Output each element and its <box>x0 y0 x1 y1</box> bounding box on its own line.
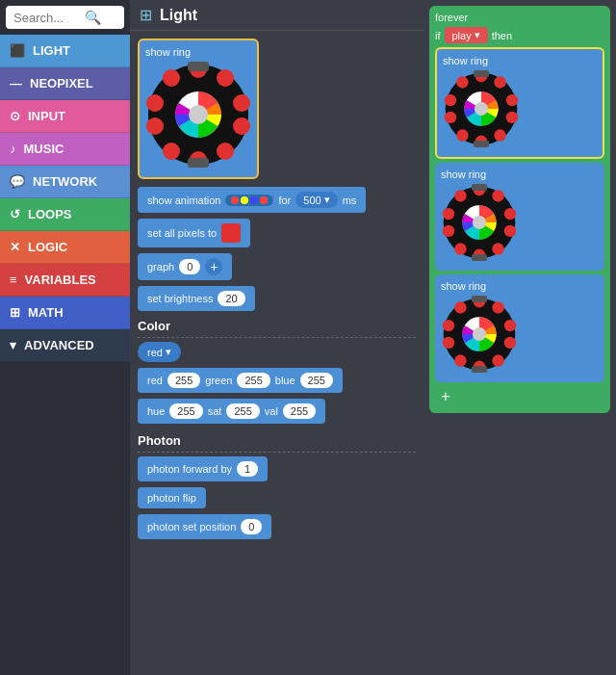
sidebar-item-math[interactable]: ⊞ MATH <box>0 297 130 329</box>
photon-set-position-row: photon set position 0 <box>138 514 416 539</box>
sidebar-item-variables[interactable]: ≡ VARIABLES <box>0 264 130 297</box>
ring-display <box>145 62 251 168</box>
svg-rect-59 <box>472 366 487 373</box>
svg-point-3 <box>233 94 250 112</box>
rgb-block[interactable]: red 255 green 255 blue 255 <box>138 368 343 393</box>
show-ring-block-2[interactable]: show ring <box>435 163 604 271</box>
title-bar: ⊞ Light <box>130 0 424 31</box>
sidebar-item-music[interactable]: ♪ MUSIC <box>0 133 130 166</box>
play-label: play <box>452 30 472 41</box>
color-dropdown-row: red ▾ <box>138 342 416 362</box>
set-all-pixels-block[interactable]: set all pixels to <box>138 219 250 247</box>
sidebar-item-label: LOGIC <box>28 240 67 254</box>
svg-point-2 <box>217 69 234 87</box>
sidebar-item-input[interactable]: ⊙ INPUT <box>0 100 130 133</box>
sat-value[interactable]: 255 <box>226 403 259 419</box>
ring-svg <box>145 62 251 168</box>
if-bar: if play ▾ then <box>435 27 604 43</box>
green-value[interactable]: 255 <box>237 373 270 388</box>
sidebar-item-loops[interactable]: ↺ LOOPS <box>0 198 130 231</box>
main-panel: ⊞ Light show ring <box>130 0 424 675</box>
show-ring-label-3: show ring <box>441 280 599 292</box>
animation-value-dropdown[interactable]: 500 ▾ <box>295 192 337 208</box>
svg-point-4 <box>233 117 250 135</box>
graph-block[interactable]: graph 0 + <box>138 253 232 280</box>
svg-point-25 <box>456 76 468 88</box>
show-ring-label-2: show ring <box>441 169 599 180</box>
green-label: green <box>205 375 232 386</box>
hsv-block[interactable]: hue 255 sat 255 val 255 <box>138 399 325 424</box>
color-section-header: Color <box>138 319 416 333</box>
color-dropdown[interactable]: red ▾ <box>138 342 181 362</box>
ms-label: ms <box>343 195 357 206</box>
svg-point-40 <box>454 190 466 201</box>
brightness-value[interactable]: 20 <box>218 291 244 306</box>
photon-flip-label: photon flip <box>147 492 196 504</box>
svg-rect-44 <box>472 254 487 261</box>
forever-label: forever <box>435 12 604 23</box>
input-icon: ⊙ <box>10 109 20 123</box>
svg-rect-29 <box>474 141 489 147</box>
graph-label: graph <box>147 261 174 273</box>
show-ring-block-3[interactable]: show ring <box>435 274 604 382</box>
svg-point-20 <box>494 129 505 141</box>
right-panel: forever if play ▾ then show ring <box>424 0 616 675</box>
search-input[interactable] <box>13 11 81 25</box>
graph-add-icon[interactable]: + <box>205 258 222 275</box>
if-label: if <box>435 30 441 41</box>
variables-icon: ≡ <box>10 273 17 287</box>
sidebar-item-neopixel[interactable]: — NEOPIXEL <box>0 67 130 100</box>
set-all-pixels-label: set all pixels to <box>147 227 217 239</box>
svg-point-55 <box>454 301 466 313</box>
forever-block: forever if play ▾ then show ring <box>429 6 610 413</box>
red-value[interactable]: 255 <box>167 373 200 388</box>
blue-label: blue <box>275 375 295 386</box>
page-title: Light <box>160 7 197 24</box>
show-ring-block-1[interactable]: show ring <box>435 47 604 159</box>
photon-forward-value[interactable]: 1 <box>237 461 258 477</box>
neopixel-icon: — <box>10 76 22 91</box>
hue-value[interactable]: 255 <box>169 403 202 419</box>
play-button[interactable]: play ▾ <box>445 27 488 43</box>
show-ring-block[interactable]: show ring <box>138 39 259 179</box>
svg-point-34 <box>504 225 516 237</box>
photon-flip-block[interactable]: photon flip <box>138 487 206 508</box>
loops-icon: ↺ <box>10 207 20 221</box>
svg-rect-43 <box>472 184 487 191</box>
chevron-down-icon: ▾ <box>166 346 171 358</box>
val-value[interactable]: 255 <box>283 403 316 419</box>
hue-label: hue <box>147 405 165 417</box>
svg-point-53 <box>443 337 454 349</box>
svg-rect-28 <box>474 70 489 77</box>
show-animation-row: show animation for 500 ▾ ms <box>138 187 416 213</box>
photon-set-position-value[interactable]: 0 <box>241 519 262 534</box>
svg-point-12 <box>189 105 208 124</box>
svg-point-47 <box>492 301 503 313</box>
chevron-down-icon: ▾ <box>475 29 480 41</box>
show-animation-block[interactable]: show animation for 500 ▾ ms <box>138 187 366 213</box>
color-swatch[interactable] <box>221 223 241 243</box>
svg-point-57 <box>473 327 486 341</box>
blue-value[interactable]: 255 <box>300 373 333 388</box>
photon-flip-row: photon flip <box>138 487 416 508</box>
svg-point-49 <box>504 337 516 349</box>
advanced-icon: ▾ <box>10 338 16 352</box>
set-brightness-row: set brightness 20 <box>138 286 416 311</box>
sat-label: sat <box>208 405 222 417</box>
sidebar-item-light[interactable]: ⬛ LIGHT <box>0 35 130 67</box>
photon-set-position-block[interactable]: photon set position 0 <box>138 514 271 539</box>
photon-forward-block[interactable]: photon forward by 1 <box>138 456 268 481</box>
add-block-button[interactable]: + <box>435 386 456 407</box>
graph-value[interactable]: 0 <box>179 259 200 274</box>
color-dropdown-value: red <box>147 347 163 358</box>
sidebar-item-label: NEOPIXEL <box>30 76 93 91</box>
sidebar-item-network[interactable]: 💬 NETWORK <box>0 166 130 198</box>
math-icon: ⊞ <box>10 305 20 320</box>
sidebar-item-advanced[interactable]: ▾ ADVANCED <box>0 329 130 362</box>
svg-point-10 <box>163 69 180 87</box>
search-box[interactable]: 🔍 <box>6 6 124 29</box>
chevron-down-icon: ▾ <box>324 194 330 206</box>
sidebar-item-logic[interactable]: ✕ LOGIC <box>0 231 130 264</box>
svg-rect-14 <box>188 158 209 168</box>
set-brightness-block[interactable]: set brightness 20 <box>138 286 255 311</box>
